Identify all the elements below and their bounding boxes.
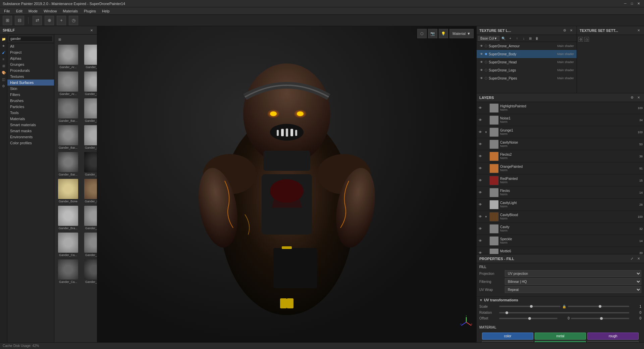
cat-grunges[interactable]: Grunges [7, 61, 54, 67]
layer-orange-painted[interactable]: 👁 OrangePainted Norm 91 [477, 162, 644, 174]
scale-slider-thumb[interactable] [530, 305, 533, 308]
layer-expand-4[interactable] [484, 154, 488, 158]
menu-window[interactable]: Window [41, 8, 59, 14]
cat-tools[interactable]: Tools [7, 110, 54, 116]
folder-icon[interactable]: 📁 [1, 36, 7, 42]
menu-plugins[interactable]: Plugins [81, 8, 99, 14]
viewport-tool-2[interactable]: 📷 [428, 29, 437, 38]
layer-expand-11[interactable] [484, 239, 488, 243]
symmetry-button[interactable]: ⇄ [33, 16, 42, 25]
tsl-tool-2[interactable]: + [507, 36, 513, 41]
asset-item-3[interactable]: Gander_Bar... [82, 71, 97, 96]
viewport[interactable]: ⬡ 📷 💡 Material ▼ Y X Z [97, 26, 476, 342]
vis-icon-pipes[interactable]: 👁 [479, 76, 483, 80]
layer-expand-9[interactable]: ▼ [484, 215, 488, 219]
asset-item-6[interactable]: Gander_Bar... [56, 124, 80, 150]
menu-edit[interactable]: Edit [13, 8, 25, 14]
close-button[interactable]: ✕ [636, 1, 641, 6]
rotation-button[interactable]: ⊕ [45, 16, 54, 25]
asset-item-12[interactable]: Gander_Bra... [56, 205, 80, 231]
paint-icon[interactable]: 🎨 [1, 69, 7, 76]
layer-expand-12[interactable] [484, 251, 488, 254]
layer-cavity-light[interactable]: 👁 CavityLight Norm 28 [477, 199, 644, 211]
filtering-dropdown[interactable]: Bilinear | HQ [505, 278, 641, 285]
scale-slider-thumb-2[interactable] [599, 305, 601, 308]
uv-collapse-icon[interactable]: ▼ [479, 298, 483, 302]
layer-highlights-painted[interactable]: 👁 HighlightsPainted Norm 100 [477, 102, 644, 114]
layer-grunge1[interactable]: 👁 ▼ Grunge1 Norm 100 [477, 126, 644, 138]
tsl-tool-5[interactable]: ⊞ [528, 36, 533, 41]
asset-item-11[interactable]: Gander_Bra... [82, 178, 97, 204]
layer-speckle[interactable]: 👁 Speckle Norm 14 [477, 235, 644, 247]
layer-expand-10[interactable] [484, 227, 488, 231]
layer-red-painted[interactable]: 👁 RedPainted Norm 15 [477, 174, 644, 187]
tex-set-body[interactable]: 👁 SuperDrone_Body Main shader [477, 50, 577, 58]
cat-filters[interactable]: Filters [7, 92, 54, 98]
asset-item-0[interactable]: Gander_Ar... [56, 44, 80, 69]
tex-set-armour[interactable]: 👁 SuperDrone_Armour Main shader [477, 42, 577, 50]
grid-view-button[interactable]: ⊞ [3, 16, 12, 25]
properties-close-button[interactable]: ✕ [636, 256, 641, 261]
asset-item-4[interactable]: Gander_Bar... [56, 98, 80, 123]
asset-item-5[interactable]: Gander_Bar... [82, 98, 97, 123]
offset-slider-1[interactable] [499, 318, 557, 319]
layer-vis-7[interactable]: 👁 [478, 190, 483, 195]
offset-slider-thumb-1[interactable] [528, 317, 531, 320]
tex-set-pipes[interactable]: 👁 SuperDrone_Pipes Main shader [477, 74, 577, 82]
tsl-tool-3[interactable]: ↑ [514, 36, 520, 41]
layer-vis-1[interactable]: 👁 [478, 118, 483, 122]
cat-procedurals[interactable]: Procedurals [7, 67, 54, 73]
layers-close-button[interactable]: ✕ [636, 95, 641, 100]
layer-flecks[interactable]: 👁 Flecks Norm 14 [477, 187, 644, 199]
cat-project[interactable]: Project [7, 49, 54, 55]
menu-help[interactable]: Help [99, 8, 112, 14]
settings-icon-2[interactable]: ◷ [584, 37, 589, 42]
minimize-button[interactable]: ─ [623, 1, 628, 6]
layer-vis-6[interactable]: 👁 [478, 178, 483, 183]
viewport-tool-1[interactable]: ⬡ [417, 29, 427, 38]
asset-item-15[interactable]: Gander_Ca... [82, 232, 97, 257]
cat-materials[interactable]: Materials [7, 116, 54, 122]
asset-item-9[interactable]: Gander_Bla... [82, 151, 97, 177]
cat-hard-surfaces[interactable]: Hard Surfaces [7, 80, 54, 86]
grid-toggle-button[interactable]: ⊞ [57, 37, 62, 42]
layer-mottle6[interactable]: 👁 Mottle6 Norm 39 [477, 247, 644, 254]
layer-cavity[interactable]: 👁 Cavity Norm 32 [477, 223, 644, 235]
quad-view-button[interactable]: ⊟ [15, 16, 24, 25]
layer-expand-7[interactable] [484, 191, 488, 195]
cat-color-profiles[interactable]: Color profiles [7, 140, 54, 146]
maximize-button[interactable]: □ [629, 1, 635, 6]
layer-expand-6[interactable] [484, 179, 488, 183]
layer-noise1[interactable]: 👁 Noise1 Norm 34 [477, 114, 644, 126]
menu-mode[interactable]: Mode [26, 8, 41, 14]
base-col-dropdown[interactable]: Base Col▼ [478, 36, 499, 41]
scale-slider[interactable] [499, 306, 560, 307]
viewport-tool-3[interactable]: 💡 [439, 29, 448, 38]
vis-icon-armour[interactable]: 👁 [479, 44, 483, 48]
layer-vis-3[interactable]: 👁 [478, 142, 483, 147]
tsl-tool-1[interactable]: 🔍 [501, 36, 506, 41]
material-dropdown[interactable]: Material ▼ [449, 29, 474, 38]
asset-item-10[interactable]: Gander_Bone [56, 178, 80, 204]
layer-cavity-noise[interactable]: 👁 CavityNoise Norm 50 [477, 138, 644, 150]
texture-icon[interactable]: ◫ [1, 76, 7, 82]
tex-set-legs[interactable]: 👁 SuperDrone_Legs Main shader [477, 66, 577, 74]
settings-icon-1[interactable]: ⚙ [578, 37, 583, 42]
asset-item-13[interactable]: Gander_Ca... [82, 205, 97, 231]
layer-expand-1[interactable] [484, 118, 488, 122]
tsl-settings-icon[interactable]: ⚙ [562, 28, 567, 33]
mat-btn-rough[interactable]: rough [587, 333, 639, 340]
shelf-search-input[interactable] [9, 36, 53, 42]
vis-icon-head[interactable]: 👁 [479, 60, 483, 64]
layers-icon[interactable]: ≡ [1, 56, 7, 62]
cat-alphas[interactable]: Alphas [7, 55, 54, 61]
layer-vis-5[interactable]: 👁 [478, 166, 483, 171]
tsl-close-button[interactable]: ✕ [569, 28, 574, 33]
scale-slider-2[interactable] [568, 306, 629, 307]
layer-vis-0[interactable]: 👁 [478, 106, 483, 110]
star-icon[interactable]: ★ [1, 43, 7, 49]
tsl-tool-6[interactable]: 🗑 [534, 36, 540, 41]
vis-icon-legs[interactable]: 👁 [479, 68, 483, 72]
scale-lock-icon[interactable]: 🔒 [562, 304, 567, 309]
tss-close-button[interactable]: ✕ [636, 28, 641, 33]
